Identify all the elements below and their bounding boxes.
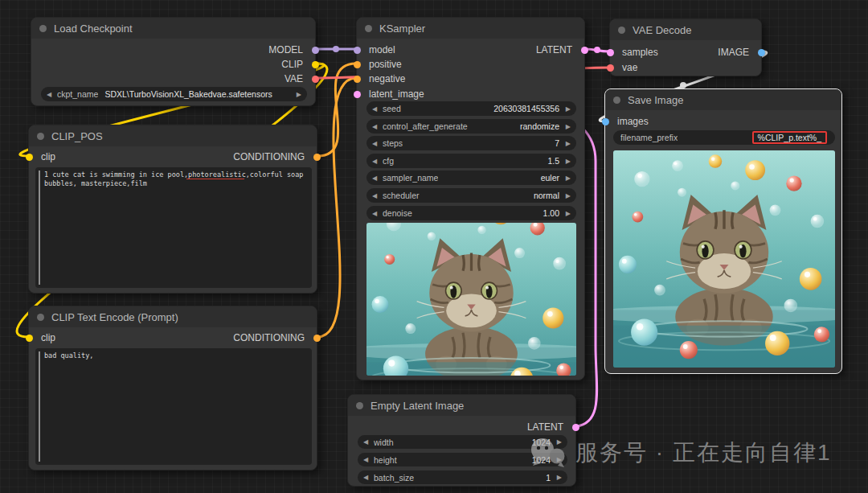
widget-name: width: [374, 438, 394, 447]
increment-arrow-icon[interactable]: ▶: [562, 140, 571, 147]
decrement-arrow-icon[interactable]: ◀: [372, 105, 381, 113]
positive-prompt-textarea[interactable]: 1 cute cat is swimming in ice pool,photo…: [35, 167, 312, 288]
input-slot-latent-image: latent_image: [357, 87, 424, 101]
widget-name: denoise: [383, 208, 412, 218]
widget-value: 20630381455356: [493, 104, 559, 113]
scheduler-widget[interactable]: ◀ scheduler normal ▶: [366, 188, 576, 203]
clip-text-encode-node[interactable]: CLIP Text Encode (Prompt) clip CONDITION…: [28, 306, 317, 470]
watermark-text: 服务号 · 正在走向自律1: [575, 438, 831, 468]
slot-label: VAE: [285, 73, 303, 84]
collapse-dot-icon[interactable]: [613, 97, 620, 104]
increment-arrow-icon[interactable]: ▶: [562, 105, 571, 113]
decrement-arrow-icon[interactable]: ◀: [363, 456, 372, 463]
decrement-arrow-icon[interactable]: ◀: [372, 158, 381, 165]
decrement-arrow-icon[interactable]: ◀: [372, 210, 381, 217]
widget-value: 1.00: [543, 208, 559, 218]
slot-label: CONDITIONING: [233, 151, 305, 162]
node-title-bar[interactable]: Empty Latent Image: [348, 395, 575, 416]
clip-input-port[interactable]: [26, 154, 33, 161]
negative-prompt-textarea[interactable]: bad quality,: [35, 348, 312, 465]
widget-name: height: [374, 455, 397, 465]
negative-input-port[interactable]: [354, 76, 361, 83]
images-input-port[interactable]: [602, 118, 609, 125]
steps-widget[interactable]: ◀ steps 7 ▶: [366, 136, 576, 150]
samples-input-port[interactable]: [607, 49, 614, 56]
cfg-widget[interactable]: ◀ cfg 1.5 ▶: [366, 154, 576, 168]
node-title-bar[interactable]: Save Image: [605, 89, 841, 110]
model-input-port[interactable]: [354, 47, 361, 54]
output-slot-conditioning: CONDITIONING: [233, 150, 317, 164]
vae-decode-node[interactable]: VAE Decode samples vae IMAGE: [609, 18, 762, 76]
node-title-bar[interactable]: VAE Decode: [610, 19, 761, 40]
node-title: Save Image: [628, 94, 683, 106]
widget-name: steps: [383, 138, 403, 148]
input-slot-clip: clip: [29, 150, 55, 164]
vae-output-port[interactable]: [312, 76, 319, 83]
increment-arrow-icon[interactable]: ▶: [562, 175, 571, 182]
decrement-arrow-icon[interactable]: ◀: [363, 474, 372, 481]
widget-value: 7: [555, 138, 559, 148]
latent-output-port[interactable]: [581, 47, 588, 54]
node-title-bar[interactable]: Load Checkpoint: [31, 18, 315, 39]
filename-prefix-widget[interactable]: filename_prefix %CLIP_p.text%_: [613, 130, 835, 145]
seed-widget[interactable]: ◀ seed 20630381455356 ▶: [366, 101, 576, 116]
decrement-arrow-icon[interactable]: ◀: [372, 123, 381, 130]
positive-input-port[interactable]: [354, 61, 361, 68]
node-title-bar[interactable]: KSampler: [357, 18, 584, 39]
collapse-dot-icon[interactable]: [618, 27, 625, 34]
increment-arrow-icon[interactable]: ▶: [562, 192, 571, 199]
slot-label: MODEL: [268, 44, 303, 55]
collapse-dot-icon[interactable]: [37, 133, 44, 140]
decrement-arrow-icon[interactable]: ◀: [372, 175, 381, 182]
widget-name: scheduler: [383, 191, 420, 200]
increment-arrow-icon[interactable]: ▶: [562, 210, 571, 217]
latent-output-port[interactable]: [572, 424, 579, 431]
slot-label: clip: [41, 151, 55, 162]
collapse-dot-icon[interactable]: [365, 25, 372, 32]
ckpt-name-widget[interactable]: ◀ ckpt_name SDXL\TurboVisionXL_Bakedvae.…: [41, 87, 307, 101]
decrement-arrow-icon[interactable]: ◀: [372, 140, 381, 147]
batch-size-widget[interactable]: ◀ batch_size 1 ▶: [358, 470, 567, 484]
image-output-port[interactable]: [758, 49, 765, 56]
output-slot-model: MODEL: [268, 43, 315, 57]
conditioning-output-port[interactable]: [313, 335, 321, 342]
node-title: Load Checkpoint: [54, 23, 133, 35]
sampler-name-widget[interactable]: ◀ sampler_name euler ▶: [366, 170, 576, 185]
vae-input-port[interactable]: [607, 64, 614, 72]
slot-label: IMAGE: [718, 47, 749, 58]
collapse-dot-icon[interactable]: [39, 25, 47, 32]
collapse-dot-icon[interactable]: [356, 402, 363, 409]
input-slot-samples: samples: [610, 45, 658, 60]
collapse-dot-icon[interactable]: [37, 314, 44, 321]
load-checkpoint-node[interactable]: Load Checkpoint MODEL CLIP VAE ◀ ckpt_na…: [31, 17, 316, 106]
denoise-widget[interactable]: ◀ denoise 1.00 ▶: [366, 206, 576, 220]
widget-value-highlighted[interactable]: %CLIP_p.text%_: [752, 131, 827, 144]
ksampler-node[interactable]: KSampler model positive negative latent_…: [356, 17, 585, 380]
node-graph-canvas[interactable]: Load Checkpoint MODEL CLIP VAE ◀ ckpt_na…: [0, 0, 868, 493]
decrement-arrow-icon[interactable]: ◀: [363, 438, 372, 446]
widget-value: normal: [534, 191, 559, 200]
clip-input-port[interactable]: [26, 335, 33, 342]
decrement-arrow-icon[interactable]: ◀: [372, 192, 381, 199]
node-title-bar[interactable]: CLIP_POS: [29, 125, 317, 146]
slot-label: LATENT: [536, 44, 572, 55]
widget-value: euler: [541, 173, 559, 183]
increment-arrow-icon[interactable]: ▶: [293, 91, 301, 98]
watermark: 服务号 · 正在走向自律1: [529, 438, 831, 468]
decrement-arrow-icon[interactable]: ◀: [47, 91, 55, 98]
increment-arrow-icon[interactable]: ▶: [562, 123, 571, 130]
model-output-port[interactable]: [312, 47, 319, 54]
slot-label: vae: [622, 62, 637, 73]
clip-output-port[interactable]: [312, 61, 319, 68]
increment-arrow-icon[interactable]: ▶: [553, 474, 562, 481]
save-image-node[interactable]: Save Image images filename_prefix %CLIP_…: [604, 88, 842, 374]
clip-pos-node[interactable]: CLIP_POS clip CONDITIONING 1 cute cat is…: [28, 125, 317, 294]
saved-image-preview: [613, 150, 835, 368]
control-after-generate-widget[interactable]: ◀ control_after_generate randomize ▶: [366, 119, 576, 134]
conditioning-output-port[interactable]: [313, 154, 321, 161]
node-title-bar[interactable]: CLIP Text Encode (Prompt): [29, 306, 317, 327]
latent-image-input-port[interactable]: [354, 91, 361, 98]
output-slot-vae: VAE: [285, 72, 315, 86]
slot-label: negative: [369, 73, 405, 84]
increment-arrow-icon[interactable]: ▶: [562, 158, 571, 165]
